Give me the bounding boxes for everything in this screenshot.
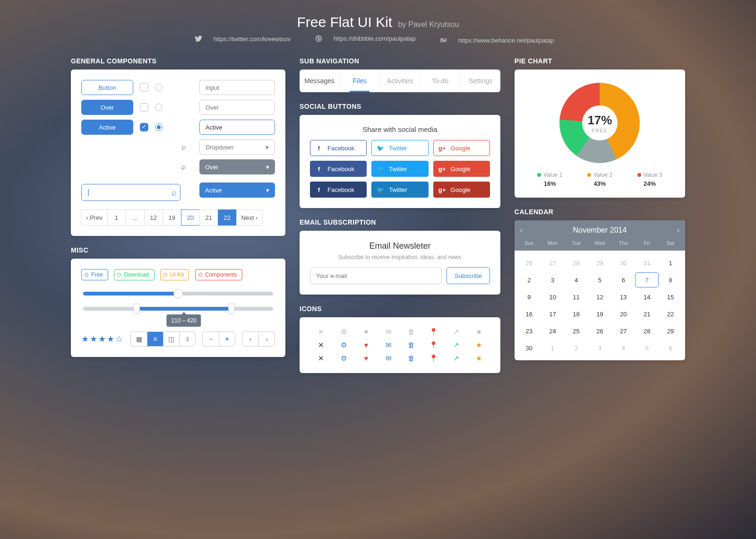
cal-day[interactable]: 4 <box>565 272 588 287</box>
cal-day[interactable]: 23 <box>517 323 541 339</box>
cal-prev-icon[interactable]: ‹ <box>520 226 523 235</box>
cal-day[interactable]: 18 <box>565 306 588 322</box>
cal-day[interactable]: 3 <box>588 340 611 356</box>
nav-next-icon[interactable]: › <box>258 332 275 346</box>
cal-day[interactable]: 13 <box>611 289 635 304</box>
google-solid-button[interactable]: g+Google <box>433 161 490 177</box>
button-over[interactable]: Over <box>81 100 133 115</box>
cal-day[interactable]: 6 <box>611 272 635 287</box>
cal-day[interactable]: 28 <box>565 255 588 270</box>
view-list-icon[interactable]: ≡ <box>147 332 163 346</box>
cal-day[interactable]: 31 <box>635 255 659 270</box>
cal-day[interactable]: 3 <box>541 272 565 287</box>
tab-activities[interactable]: Activities <box>379 70 420 92</box>
slider-handle-min[interactable] <box>133 304 140 314</box>
page-12[interactable]: 12 <box>144 209 163 226</box>
cal-day[interactable]: 4 <box>611 340 635 356</box>
view-grid-icon[interactable]: ▦ <box>131 332 147 346</box>
slider-handle-max[interactable] <box>228 304 235 314</box>
cal-day[interactable]: 1 <box>659 255 682 270</box>
slider-single[interactable] <box>83 292 273 296</box>
google-outline-button[interactable]: g+Google <box>433 140 490 156</box>
cal-next-icon[interactable]: › <box>677 226 679 235</box>
facebook-dark-button[interactable]: fFacebook <box>310 182 367 198</box>
cal-day[interactable]: 9 <box>517 289 541 304</box>
cal-day[interactable]: 26 <box>517 255 541 270</box>
dropdown-active[interactable]: Active▾ <box>199 183 275 198</box>
cal-day[interactable]: 1 <box>541 340 565 356</box>
nav-prev-icon[interactable]: ‹ <box>242 332 258 346</box>
input-over[interactable] <box>199 100 275 115</box>
cal-day[interactable]: 2 <box>517 272 541 287</box>
cal-day[interactable]: 11 <box>565 289 588 304</box>
cal-day[interactable]: 25 <box>565 323 588 339</box>
cal-day[interactable]: 5 <box>635 340 659 356</box>
page-prev[interactable]: ‹ Prev <box>81 209 108 226</box>
cal-day[interactable]: 10 <box>541 289 565 304</box>
dropdown-over[interactable]: Over▾ <box>199 159 275 174</box>
page-22[interactable]: 22 <box>218 209 237 226</box>
zoom-out-icon[interactable]: − <box>203 332 219 346</box>
cal-day[interactable]: 22 <box>659 306 682 322</box>
cal-day[interactable]: 28 <box>635 323 659 339</box>
page-next[interactable]: Next › <box>236 209 263 226</box>
tag-free[interactable]: Free <box>81 269 108 280</box>
cal-day[interactable]: 30 <box>611 255 635 270</box>
cal-day[interactable]: 19 <box>588 306 611 322</box>
twitter-link[interactable]: https://twitter.com/kreewtsov <box>195 35 298 43</box>
checkbox-on[interactable]: ✓ <box>140 123 148 131</box>
page-21[interactable]: 21 <box>199 209 218 226</box>
dropdown-normal[interactable]: Dropdown▾ <box>199 139 275 155</box>
cal-day[interactable]: 15 <box>659 289 682 304</box>
cal-day[interactable]: 30 <box>517 340 541 356</box>
tab-settings[interactable]: Settings <box>460 70 500 92</box>
google-dark-button[interactable]: g+Google <box>433 182 490 198</box>
radio-on[interactable] <box>155 123 163 131</box>
cal-day[interactable]: 5 <box>588 272 611 287</box>
cal-day[interactable]: 14 <box>635 289 659 304</box>
checkbox-off-2[interactable] <box>140 103 148 112</box>
page-20[interactable]: 20 <box>181 209 200 226</box>
cal-day[interactable]: 7 <box>635 272 659 287</box>
cal-day[interactable]: 29 <box>588 255 611 270</box>
facebook-solid-button[interactable]: fFacebook <box>310 161 367 177</box>
dribbble-link[interactable]: https://dribbble.com/paulpatap <box>315 35 423 42</box>
view-compact-icon[interactable]: ⦀ <box>179 332 195 346</box>
behance-link[interactable]: Bēhttps://www.behance.net/paulpatap <box>440 36 561 44</box>
cal-day[interactable]: 21 <box>635 306 659 322</box>
slider-range[interactable]: 210 – 420 <box>83 307 273 311</box>
tab-messages[interactable]: Messages <box>300 70 339 92</box>
cal-day[interactable]: 29 <box>659 323 682 339</box>
cal-day[interactable]: 12 <box>588 289 611 304</box>
input-normal[interactable] <box>199 80 275 95</box>
radio-off-2[interactable] <box>155 104 163 111</box>
cal-day[interactable]: 8 <box>659 272 682 287</box>
button-normal[interactable]: Button <box>81 80 133 95</box>
twitter-outline-button[interactable]: 🐦Twitter <box>371 140 428 156</box>
view-columns-icon[interactable]: ◫ <box>163 332 179 346</box>
page-19[interactable]: 19 <box>163 209 181 226</box>
cal-day[interactable]: 26 <box>588 323 611 339</box>
cal-day[interactable]: 16 <box>517 306 541 322</box>
cal-day[interactable]: 17 <box>541 306 565 322</box>
tab-todo[interactable]: To-do <box>420 70 460 92</box>
tag-download[interactable]: Download <box>114 269 154 280</box>
cal-day[interactable]: 6 <box>659 340 682 356</box>
input-active[interactable] <box>199 120 275 135</box>
subscribe-button[interactable]: Subscribe <box>447 267 490 284</box>
search-input[interactable]: |⌕ <box>81 184 180 201</box>
twitter-solid-button[interactable]: 🐦Twitter <box>371 161 428 177</box>
button-active[interactable]: Active <box>81 120 133 135</box>
cal-day[interactable]: 27 <box>611 323 635 339</box>
cal-day[interactable]: 27 <box>541 255 565 270</box>
tag-components[interactable]: Components <box>195 269 242 280</box>
cal-day[interactable]: 20 <box>611 306 635 322</box>
facebook-outline-button[interactable]: fFacebook <box>310 140 367 156</box>
page-1[interactable]: 1 <box>107 209 126 226</box>
slider-handle[interactable] <box>173 289 183 298</box>
tab-files[interactable]: Files <box>339 70 379 92</box>
cal-day[interactable]: 24 <box>541 323 565 339</box>
email-input[interactable] <box>310 267 442 284</box>
radio-off-1[interactable] <box>155 84 163 91</box>
checkbox-off-1[interactable] <box>140 83 148 92</box>
